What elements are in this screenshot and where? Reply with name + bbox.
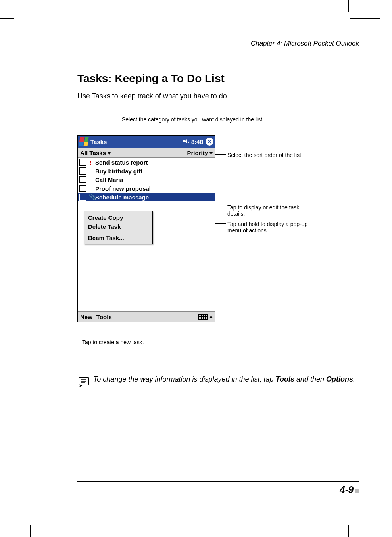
menu-beam-task[interactable]: Beam Task... [84, 233, 152, 242]
task-row-selected[interactable]: 📎 Schedule massage [78, 193, 215, 201]
checkbox[interactable] [79, 194, 86, 201]
task-row[interactable]: ! Send status report [78, 158, 215, 167]
command-bar: New Tools [78, 311, 215, 322]
task-label: Schedule massage [95, 194, 149, 201]
menu-delete-task[interactable]: Delete Task [84, 222, 152, 231]
chapter-header: Chapter 4: Microsoft Pocket Outlook [77, 40, 359, 50]
caret-up-icon [209, 316, 213, 318]
callout-line [83, 322, 83, 338]
priority-icon: ! [89, 159, 93, 166]
callout-category: Select the category of tasks you want di… [122, 116, 264, 123]
menu-separator [87, 232, 149, 232]
task-label: Send status report [95, 159, 148, 166]
note: To change the way information is display… [77, 375, 359, 388]
menu-create-copy[interactable]: Create Copy [84, 213, 152, 222]
checkbox[interactable] [79, 176, 86, 183]
page-footer: 4-9 [77, 481, 359, 495]
task-row[interactable]: Proof new proposal [78, 184, 215, 193]
figure: Select the category of tasks you want di… [77, 116, 359, 362]
device-screen: Tasks ‹ 8:48 ✕ All Tasks Priority ! Send… [77, 135, 215, 322]
clock: 8:48 [191, 138, 203, 145]
close-icon[interactable]: ✕ [206, 138, 213, 146]
cropmark [378, 515, 392, 516]
footer-decoration [355, 489, 359, 493]
attachment-icon: 📎 [89, 194, 93, 201]
checkbox[interactable] [79, 167, 86, 175]
cropmark [348, 525, 349, 537]
title-bar: Tasks ‹ 8:48 ✕ [78, 136, 215, 148]
page-number: 4-9 [340, 484, 354, 495]
task-list: ! Send status report Buy birthday gift C… [78, 158, 215, 201]
category-filter[interactable]: All Tasks [80, 150, 111, 156]
note-icon [77, 376, 90, 388]
note-text: To change the way information is display… [93, 375, 355, 388]
task-label: Call Maria [95, 176, 123, 183]
task-row[interactable]: Call Maria [78, 175, 215, 184]
callout-newtask: Tap to create a new task. [82, 339, 144, 345]
cropmark [350, 18, 380, 19]
tools-button[interactable]: Tools [96, 314, 112, 320]
checkbox[interactable] [79, 159, 86, 166]
section-title: Tasks: Keeping a To Do List [77, 72, 359, 85]
sort-filter[interactable]: Priority [187, 150, 213, 156]
filter-bar: All Tasks Priority [78, 148, 215, 158]
callout-taskdetails: Tap to display or edit the task details. [227, 204, 303, 217]
start-icon[interactable] [79, 137, 88, 146]
new-button[interactable]: New [80, 314, 92, 320]
cropmark [30, 525, 31, 537]
cropmark [0, 18, 14, 19]
task-row[interactable]: Buy birthday gift [78, 167, 215, 175]
cropmark [0, 515, 14, 516]
checkbox[interactable] [79, 185, 86, 192]
volume-icon[interactable]: ‹ [183, 139, 190, 144]
app-title: Tasks [90, 138, 183, 145]
cropmark [348, 0, 349, 12]
sip-button[interactable] [198, 314, 213, 320]
keyboard-icon [198, 314, 208, 320]
context-menu: Create Copy Delete Task Beam Task... [84, 211, 153, 244]
callout-holdmenu: Tap and hold to display a pop-up menu of… [227, 221, 315, 234]
task-label: Buy birthday gift [95, 168, 142, 175]
callout-sort: Select the sort order of the list. [227, 152, 303, 158]
cropmark [362, 18, 363, 48]
intro-text: Use Tasks to keep track of what you have… [77, 92, 359, 100]
task-label: Proof new proposal [95, 185, 151, 192]
